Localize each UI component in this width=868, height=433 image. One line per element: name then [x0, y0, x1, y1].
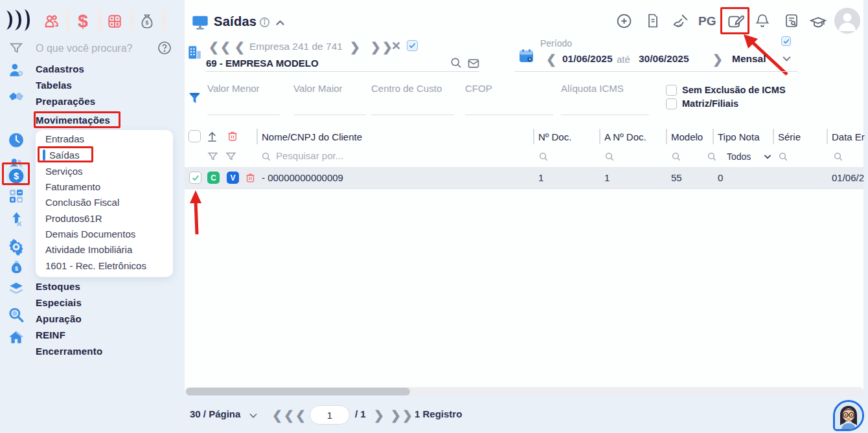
- document-icon[interactable]: [645, 13, 661, 28]
- submenu-item-demais-documentos[interactable]: Demais Documentos: [45, 228, 135, 239]
- filter-field-valor-menor[interactable]: Valor Menor: [207, 83, 280, 115]
- period-checkbox[interactable]: [781, 36, 791, 46]
- sidebar-item-estoques[interactable]: Estoques: [36, 281, 80, 292]
- pg-button[interactable]: PG: [698, 14, 716, 28]
- cliente-search-input[interactable]: [276, 150, 373, 161]
- tiponota-filter-select[interactable]: Todos: [727, 151, 751, 162]
- horizontal-scrollbar-thumb[interactable]: [186, 388, 410, 395]
- rail-tributos-icon[interactable]: $: [8, 258, 25, 275]
- rail-cadastros-icon[interactable]: [8, 62, 25, 79]
- company-last-button[interactable]: ❯❯: [371, 41, 394, 53]
- period-prev-button[interactable]: ❮: [546, 53, 556, 65]
- company-prev-button[interactable]: ❮: [234, 41, 245, 53]
- company-search-icon[interactable]: [450, 56, 463, 69]
- period-start-date[interactable]: 01/06/2025: [562, 53, 613, 65]
- clean-broom-icon[interactable]: [672, 13, 689, 30]
- sidebar-item-reinf[interactable]: REINF: [36, 329, 65, 340]
- rail-config-icon[interactable]: [8, 238, 25, 255]
- rail-tabelas-icon[interactable]: [8, 88, 25, 105]
- export-icon[interactable]: [206, 130, 218, 142]
- row-cliente[interactable]: - 00000000000009: [262, 172, 343, 183]
- delete-all-icon[interactable]: [227, 130, 238, 142]
- company-next-button[interactable]: ❯: [350, 41, 360, 53]
- page-number-input[interactable]: [310, 405, 350, 425]
- rail-calculadora-icon[interactable]: [8, 188, 25, 205]
- submenu-item-conclusao-fiscal[interactable]: Conclusão Fiscal: [45, 197, 119, 208]
- user-avatar[interactable]: [834, 8, 860, 34]
- submenu-item-entradas[interactable]: Entradas: [45, 133, 84, 144]
- filter-field-valor-maior[interactable]: Valor Maior: [293, 83, 366, 115]
- row-badge-v[interactable]: V: [227, 172, 239, 184]
- column-header-cliente[interactable]: Nome/CNPJ do Cliente: [262, 131, 362, 142]
- moneybag-quick-icon[interactable]: $: [137, 12, 157, 31]
- next-page-button[interactable]: ❯: [374, 409, 384, 421]
- filter-icon[interactable]: [9, 41, 23, 55]
- row-badge-c[interactable]: C: [207, 172, 220, 184]
- company-clear-button[interactable]: ✕: [391, 40, 401, 52]
- rail-saidas-icon[interactable]: $: [6, 166, 27, 186]
- andoc-search-icon[interactable]: [604, 151, 615, 162]
- data-search-icon[interactable]: [833, 151, 843, 162]
- collapse-chevron-up-icon[interactable]: [275, 17, 286, 28]
- rail-apuracao-icon[interactable]: [8, 306, 25, 323]
- column-header-modelo[interactable]: Modelo: [671, 131, 703, 142]
- submenu-item-1601-rec-eletronicos[interactable]: 1601 - Rec. Eletrônicos: [45, 260, 146, 271]
- sidebar-search-input[interactable]: [36, 43, 152, 54]
- sidebar-item-movimentacoes[interactable]: Movimentações: [36, 115, 110, 126]
- row-checkbox[interactable]: [189, 172, 201, 184]
- column-header-serie[interactable]: Série: [778, 131, 801, 142]
- rail-clock-icon[interactable]: [8, 131, 25, 148]
- document-search-icon[interactable]: [784, 13, 799, 28]
- rail-estoques-icon[interactable]: [8, 280, 25, 297]
- filter-field-cfop[interactable]: CFOP: [465, 83, 553, 115]
- first-page-button[interactable]: ❮❮: [272, 409, 295, 421]
- serie-search-icon[interactable]: [778, 151, 788, 162]
- period-next-button[interactable]: ❯: [713, 53, 723, 65]
- submenu-item-servicos[interactable]: Serviços: [45, 166, 83, 177]
- company-filter-checkbox[interactable]: [407, 40, 418, 51]
- select-all-checkbox[interactable]: [188, 130, 201, 142]
- filter-field-centro-custo[interactable]: Centro de Custo: [371, 83, 454, 115]
- per-page-chevron-icon[interactable]: [248, 410, 258, 421]
- grid-funnel-icon-1[interactable]: [207, 151, 218, 162]
- filters-funnel-icon[interactable]: [187, 91, 202, 105]
- column-header-data[interactable]: Data Er: [832, 131, 865, 142]
- finance-quick-icon[interactable]: $: [73, 12, 93, 31]
- submenu-item-saidas[interactable]: Saídas: [49, 150, 80, 161]
- submenu-item-atividade-imobiliaria[interactable]: Atividade Imobiliária: [45, 244, 132, 255]
- filter-field-aliquota-icms[interactable]: Alíquota ICMS: [561, 83, 649, 115]
- column-header-ndoc[interactable]: Nº Doc.: [538, 131, 571, 142]
- calculator-quick-icon[interactable]: [105, 12, 124, 31]
- rail-home-icon[interactable]: [8, 329, 25, 346]
- help-icon[interactable]: [157, 40, 172, 56]
- add-icon[interactable]: [616, 13, 632, 29]
- ndoc-search-icon[interactable]: [538, 151, 549, 162]
- app-logo[interactable]: [5, 8, 32, 32]
- sidebar-item-especiais[interactable]: Especiais: [36, 297, 82, 308]
- notifications-bell-icon[interactable]: [755, 13, 770, 28]
- row-delete-icon[interactable]: [245, 172, 256, 183]
- company-mail-icon[interactable]: [467, 57, 480, 70]
- period-mode-select[interactable]: Mensal: [732, 53, 766, 65]
- grid-funnel-icon-2[interactable]: [225, 151, 236, 162]
- training-graduation-icon[interactable]: [810, 14, 827, 31]
- period-end-date[interactable]: 30/06/2025: [639, 53, 689, 65]
- period-mode-chevron-icon[interactable]: [781, 53, 792, 64]
- submenu-item-faturamento[interactable]: Faturamento: [45, 181, 100, 192]
- info-icon[interactable]: [259, 17, 270, 28]
- last-page-button[interactable]: ❯❯: [391, 409, 414, 421]
- matriz-filiais-checkbox[interactable]: [666, 98, 677, 109]
- tiponota-filter-chevron-icon[interactable]: [763, 152, 772, 161]
- per-page-select[interactable]: 30 / Página: [190, 408, 240, 419]
- sidebar-item-apuracao[interactable]: Apuração: [36, 313, 82, 324]
- sidebar-item-encerramento[interactable]: Encerramento: [36, 346, 102, 357]
- column-header-andoc[interactable]: A Nº Doc.: [604, 131, 646, 142]
- clients-quick-icon[interactable]: [42, 12, 62, 31]
- company-first-button[interactable]: ❮❮: [209, 41, 232, 53]
- horizontal-scrollbar-track[interactable]: [185, 387, 863, 396]
- edit-note-icon[interactable]: [727, 13, 744, 30]
- sidebar-search[interactable]: [36, 43, 152, 54]
- prev-page-button[interactable]: ❮: [295, 409, 306, 421]
- sem-exclusao-icms-checkbox[interactable]: [666, 85, 677, 96]
- modelo-search-icon[interactable]: [671, 151, 681, 162]
